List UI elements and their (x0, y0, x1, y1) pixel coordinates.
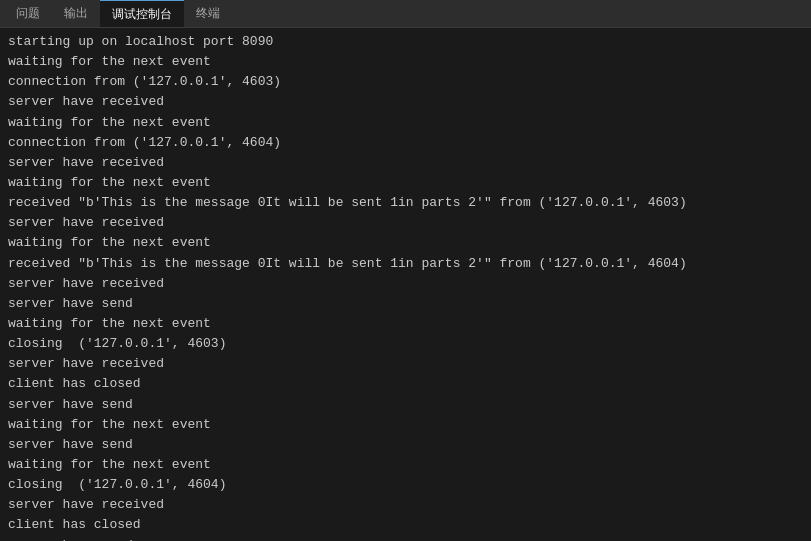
console-line: server have send (8, 294, 803, 314)
console-line: received "b'This is the message 0It will… (8, 193, 803, 213)
console-line: client has closed (8, 515, 803, 535)
console-line: waiting for the next event (8, 173, 803, 193)
tab-problems[interactable]: 问题 (4, 0, 52, 27)
console-line: received "b'This is the message 0It will… (8, 254, 803, 274)
console-line: server have received (8, 213, 803, 233)
console-line: server have received (8, 495, 803, 515)
console-line: starting up on localhost port 8090 (8, 32, 803, 52)
console-line: server have send (8, 435, 803, 455)
tab-bar: 问题输出调试控制台终端 (0, 0, 811, 28)
console-line: connection from ('127.0.0.1', 4603) (8, 72, 803, 92)
console-line: closing ('127.0.0.1', 4604) (8, 475, 803, 495)
console-line: connection from ('127.0.0.1', 4604) (8, 133, 803, 153)
console-line: waiting for the next event (8, 314, 803, 334)
console-line: waiting for the next event (8, 113, 803, 133)
console-line: waiting for the next event (8, 52, 803, 72)
console-line: waiting for the next event (8, 455, 803, 475)
console-line: closing ('127.0.0.1', 4603) (8, 334, 803, 354)
tab-debug-console[interactable]: 调试控制台 (100, 0, 184, 27)
console-line: server have send (8, 536, 803, 541)
console-line: server have received (8, 153, 803, 173)
console-line: waiting for the next event (8, 415, 803, 435)
console-line: server have received (8, 92, 803, 112)
console-line: server have received (8, 354, 803, 374)
console-line: server have send (8, 395, 803, 415)
console-output: starting up on localhost port 8090waitin… (0, 28, 811, 541)
console-line: client has closed (8, 374, 803, 394)
tab-terminal[interactable]: 终端 (184, 0, 232, 27)
console-line: server have received (8, 274, 803, 294)
console-line: waiting for the next event (8, 233, 803, 253)
tab-output[interactable]: 输出 (52, 0, 100, 27)
